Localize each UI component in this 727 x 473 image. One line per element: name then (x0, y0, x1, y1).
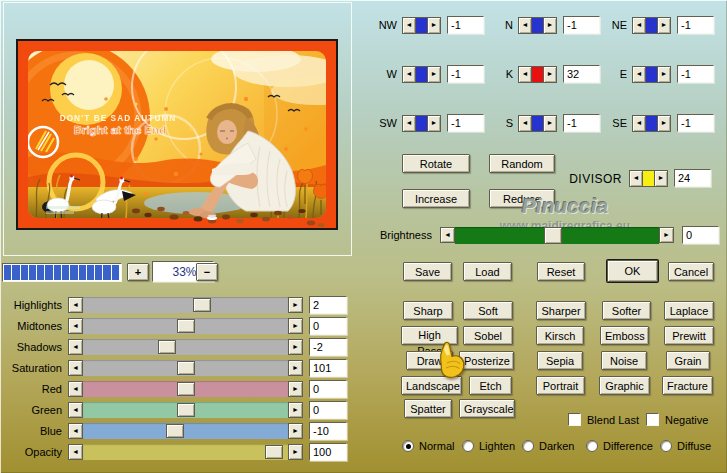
radio-darken[interactable]: Darken (522, 440, 574, 452)
save-button[interactable]: Save (403, 262, 452, 281)
spin-left-icon[interactable]: ◄ (632, 17, 646, 34)
kernel-value[interactable]: -1 (447, 65, 484, 83)
brightness-track[interactable] (455, 227, 659, 244)
slider-left-arrow-icon[interactable]: ◄ (440, 227, 455, 243)
radio-circle[interactable] (522, 440, 534, 452)
slider-right-arrow-icon[interactable]: ► (288, 360, 303, 376)
spin-right-icon[interactable]: ► (657, 66, 671, 83)
slider-left-arrow-icon[interactable]: ◄ (68, 381, 83, 397)
zoom-out-button[interactable]: − (196, 263, 218, 281)
slider-value[interactable]: 0 (309, 317, 347, 335)
kernel-value[interactable]: -1 (447, 16, 484, 34)
slider-value[interactable]: 101 (309, 359, 347, 377)
checkbox-box[interactable] (646, 413, 659, 426)
slider-thumb[interactable] (177, 361, 195, 375)
spin-left-icon[interactable]: ◄ (632, 115, 646, 132)
slider-left-arrow-icon[interactable]: ◄ (68, 360, 83, 376)
ok-button[interactable]: OK (607, 260, 658, 282)
slider-thumb[interactable] (193, 298, 211, 312)
slider-thumb[interactable] (158, 340, 176, 354)
slider-left-arrow-icon[interactable]: ◄ (68, 402, 83, 418)
blend-last-checkbox[interactable]: Blend Last (568, 413, 639, 426)
reset-button[interactable]: Reset (537, 262, 585, 281)
slider-left-arrow-icon[interactable]: ◄ (68, 297, 83, 313)
radio-normal[interactable]: Normal (402, 440, 454, 452)
checkbox-box[interactable] (568, 413, 581, 426)
slider-track[interactable] (83, 297, 288, 313)
spin-right-icon[interactable]: ► (427, 66, 441, 83)
filter-grayscale-button[interactable]: Grayscale (459, 399, 515, 418)
rotate-button[interactable]: Rotate (402, 154, 470, 173)
slider-left-arrow-icon[interactable]: ◄ (68, 444, 83, 460)
slider-value[interactable]: -10 (309, 422, 347, 440)
spin-left-icon[interactable]: ◄ (518, 115, 532, 132)
filter-grain-button[interactable]: Grain (666, 351, 710, 370)
radio-circle[interactable] (660, 440, 672, 452)
spin-left-icon[interactable]: ◄ (632, 66, 646, 83)
radio-lighten[interactable]: Lighten (462, 440, 515, 452)
filter-graphic-button[interactable]: Graphic (599, 376, 650, 395)
filter-spatter-button[interactable]: Spatter (404, 399, 452, 418)
filter-kirsch-button[interactable]: Kirsch (536, 326, 584, 345)
slider-value[interactable]: 100 (309, 443, 347, 461)
radio-circle[interactable] (586, 440, 598, 452)
slider-track[interactable] (83, 318, 288, 334)
slider-thumb[interactable] (166, 424, 184, 438)
slider-value[interactable]: -2 (309, 338, 347, 356)
slider-right-arrow-icon[interactable]: ► (288, 423, 303, 439)
spin-left-icon[interactable]: ◄ (402, 66, 416, 83)
kernel-value[interactable]: -1 (563, 114, 600, 132)
slider-right-arrow-icon[interactable]: ► (659, 227, 674, 243)
filter-sepia-button[interactable]: Sepia (537, 351, 583, 370)
spin-right-icon[interactable]: ► (657, 17, 671, 34)
slider-right-arrow-icon[interactable]: ► (288, 444, 303, 460)
zoom-in-button[interactable]: + (127, 263, 149, 281)
slider-thumb[interactable] (265, 445, 283, 459)
load-button[interactable]: Load (463, 262, 512, 281)
spin-right-icon[interactable]: ► (427, 115, 441, 132)
filter-prewitt-button[interactable]: Prewitt (664, 326, 714, 345)
slider-track[interactable] (83, 402, 288, 418)
filter-fracture-button[interactable]: Fracture (662, 376, 713, 395)
filter-soft-button[interactable]: Soft (463, 301, 513, 320)
cancel-button[interactable]: Cancel (668, 262, 714, 281)
kernel-value[interactable]: -1 (677, 16, 714, 34)
slider-track[interactable] (83, 444, 288, 460)
filter-emboss-button[interactable]: Emboss (600, 326, 649, 345)
spin-left-icon[interactable]: ◄ (518, 17, 532, 34)
slider-right-arrow-icon[interactable]: ► (288, 297, 303, 313)
divisor-value[interactable]: 24 (674, 169, 711, 187)
slider-track[interactable] (83, 423, 288, 439)
negative-checkbox[interactable]: Negative (646, 413, 708, 426)
slider-left-arrow-icon[interactable]: ◄ (68, 423, 83, 439)
slider-value[interactable]: 2 (309, 296, 347, 314)
slider-thumb[interactable] (177, 403, 195, 417)
spin-left-icon[interactable]: ◄ (402, 17, 416, 34)
slider-track[interactable] (83, 381, 288, 397)
kernel-value[interactable]: -1 (677, 65, 714, 83)
radio-diffuse[interactable]: Diffuse (660, 440, 711, 452)
filter-laplace-button[interactable]: Laplace (664, 301, 714, 320)
slider-left-arrow-icon[interactable]: ◄ (68, 339, 83, 355)
zoom-progress-bar[interactable] (2, 263, 122, 282)
filter-sharp-button[interactable]: Sharp (403, 301, 453, 320)
increase-button[interactable]: Increase (402, 189, 470, 208)
spin-right-icon[interactable]: ► (427, 17, 441, 34)
radio-circle[interactable] (462, 440, 474, 452)
slider-right-arrow-icon[interactable]: ► (288, 402, 303, 418)
slider-value[interactable]: 0 (309, 401, 347, 419)
slider-thumb[interactable] (177, 382, 195, 396)
filter-sobel-button[interactable]: Sobel (463, 326, 513, 345)
kernel-value[interactable]: -1 (447, 114, 484, 132)
radio-circle[interactable] (402, 440, 414, 452)
slider-right-arrow-icon[interactable]: ► (288, 318, 303, 334)
spin-right-icon[interactable]: ► (543, 17, 557, 34)
slider-right-arrow-icon[interactable]: ► (288, 339, 303, 355)
kernel-value[interactable]: 32 (563, 65, 600, 83)
filter-sharper-button[interactable]: Sharper (536, 301, 586, 320)
slider-track[interactable] (83, 360, 288, 376)
filter-etch-button[interactable]: Etch (469, 376, 512, 395)
spin-right-icon[interactable]: ► (543, 66, 557, 83)
slider-value[interactable]: 0 (309, 380, 347, 398)
spin-right-icon[interactable]: ► (657, 115, 671, 132)
